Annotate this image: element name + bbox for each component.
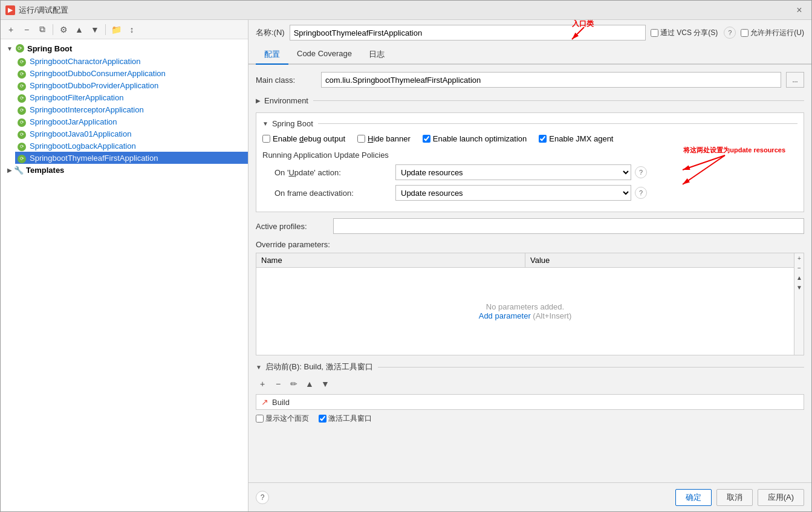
folder-button[interactable]: 📁 xyxy=(109,23,123,36)
hide-banner-checkbox-label[interactable]: Hide banner xyxy=(357,134,411,143)
tree-item-1[interactable]: ⟳ SpringbootDubboConsumerApplication xyxy=(15,67,248,79)
active-profiles-label: Active profiles: xyxy=(256,222,328,231)
hide-banner-checkbox[interactable] xyxy=(357,135,365,143)
tree-item-7[interactable]: ⟳ SpringbootLogbackApplication xyxy=(15,140,248,152)
title-bar: ▶ 运行/调试配置 × xyxy=(1,1,811,20)
copy-config-button[interactable]: ⧉ xyxy=(36,23,49,36)
sort-button[interactable]: ↕ xyxy=(125,23,138,36)
item-icon-3: ⟳ xyxy=(18,92,27,102)
activate-window-checkbox[interactable] xyxy=(319,415,326,423)
tree-item-0[interactable]: ⟳ SpringbootCharactorApplication xyxy=(15,55,248,67)
active-profiles-input[interactable] xyxy=(333,218,804,234)
on-frame-help-icon[interactable]: ? xyxy=(635,187,647,199)
on-update-select[interactable]: Update resources Update classes and reso… xyxy=(395,164,631,180)
launch-optimization-checkbox-label[interactable]: Enable launch optimization xyxy=(423,134,527,143)
params-table-container: Name Value No parameters added. Add para… xyxy=(256,253,804,355)
vcs-share-checkbox-label[interactable]: 通过 VCS 分享(S) xyxy=(651,28,718,38)
on-frame-select[interactable]: Update resources Update classes and reso… xyxy=(395,185,631,201)
debug-output-label: Enable debug output xyxy=(273,134,345,143)
environment-header[interactable]: ▶ Environment xyxy=(256,94,804,108)
expand-arrow-springboot: ▼ xyxy=(5,44,14,53)
annotation-area: 将这两处设置为update resources xyxy=(262,151,797,201)
params-scrollbar: + − ▲ ▼ xyxy=(794,253,804,355)
help-button-left[interactable]: ? xyxy=(256,491,269,504)
jmx-agent-checkbox-label[interactable]: Enable JMX agent xyxy=(539,134,613,143)
bl-up-button[interactable]: ▲ xyxy=(303,377,316,390)
right-panel: 入口类 名称:(N) xyxy=(248,20,811,511)
environment-line xyxy=(313,100,804,101)
no-params-message: No parameters added. xyxy=(486,302,564,311)
templates-arrow-icon: ▶ xyxy=(5,166,14,175)
springboot-children: ⟳ SpringbootCharactorApplication ⟳ Sprin… xyxy=(1,55,248,164)
tab-coverage[interactable]: Code Coverage xyxy=(288,45,360,65)
bl-remove-button[interactable]: − xyxy=(271,377,285,390)
params-scroll-remove-button[interactable]: − xyxy=(794,263,804,273)
tree-item-5[interactable]: ⟳ SpringbootJarApplication xyxy=(15,115,248,128)
vcs-share-checkbox[interactable] xyxy=(651,29,658,37)
vcs-help-icon[interactable]: ? xyxy=(724,27,736,39)
tree-item-2[interactable]: ⟳ SpringbootDubboProviderApplication xyxy=(15,79,248,91)
add-config-button[interactable]: + xyxy=(4,23,18,36)
debug-output-checkbox[interactable] xyxy=(262,135,270,143)
update-resources-arrows xyxy=(664,153,785,189)
params-col-name-header: Name xyxy=(256,253,525,267)
bl-arrow-icon: ▼ xyxy=(256,364,262,371)
springboot-group-label: Spring Boot xyxy=(27,44,72,53)
bl-down-button[interactable]: ▼ xyxy=(319,377,332,390)
override-params-label: Override parameters: xyxy=(256,240,804,249)
build-icon: ↗ xyxy=(261,397,268,407)
entry-class-arrow xyxy=(566,26,602,44)
name-field-label: 名称:(N) xyxy=(256,27,285,38)
main-class-input[interactable] xyxy=(321,72,781,88)
content-area: Main class: ... ▶ Environment ▼ Spring B xyxy=(248,65,811,482)
tab-log[interactable]: 日志 xyxy=(360,45,393,65)
params-body: No parameters added. Add parameter (Alt+… xyxy=(256,268,794,355)
bl-header[interactable]: ▼ 启动前(B): Build, 激活工具窗口 xyxy=(256,361,804,372)
launch-optimization-checkbox[interactable] xyxy=(423,135,430,143)
tab-config[interactable]: 配置 xyxy=(256,45,288,65)
apply-button[interactable]: 应用(A) xyxy=(758,489,804,506)
item-label-7: SpringbootLogbackApplication xyxy=(30,141,136,151)
on-update-help-icon[interactable]: ? xyxy=(635,166,647,178)
params-scroll-add-button[interactable]: + xyxy=(794,253,804,263)
item-icon-7: ⟳ xyxy=(18,141,27,151)
settings-button[interactable]: ⚙ xyxy=(57,23,70,36)
item-label-4: SpringbootInterceptorApplication xyxy=(30,105,144,114)
show-page-checkbox-label[interactable]: 显示这个面页 xyxy=(256,413,309,424)
ok-button[interactable]: 确定 xyxy=(675,489,712,506)
tree-item-8[interactable]: ⟳ SpringbootThymeleafFirstApplication xyxy=(15,152,248,164)
remove-config-button[interactable]: − xyxy=(20,23,33,36)
params-scroll-up-button[interactable]: ▲ xyxy=(794,273,804,282)
item-icon-4: ⟳ xyxy=(18,105,27,114)
move-down-button[interactable]: ▼ xyxy=(88,23,102,36)
tree-item-4[interactable]: ⟳ SpringbootInterceptorApplication xyxy=(15,103,248,115)
templates-section[interactable]: ▶ 🔧 Templates xyxy=(1,164,248,177)
params-scroll-down-button[interactable]: ▼ xyxy=(794,282,804,292)
parallel-run-checkbox-label[interactable]: 允许并行运行(U) xyxy=(741,28,804,38)
springboot-config-section: ▼ Spring Boot Enable debug output xyxy=(256,112,804,212)
show-page-checkbox[interactable] xyxy=(256,415,264,423)
sb-section-header[interactable]: ▼ Spring Boot xyxy=(262,119,797,128)
cancel-button[interactable]: 取消 xyxy=(716,489,753,506)
debug-output-checkbox-label[interactable]: Enable debug output xyxy=(262,134,345,143)
main-class-browse-button[interactable]: ... xyxy=(786,72,804,88)
activate-window-checkbox-label[interactable]: 激活工具窗口 xyxy=(319,413,372,424)
close-button[interactable]: × xyxy=(792,3,807,18)
bl-edit-button[interactable]: ✏ xyxy=(287,377,300,390)
bl-add-button[interactable]: + xyxy=(256,377,269,390)
svg-line-1 xyxy=(572,27,584,39)
sb-line xyxy=(318,123,797,124)
build-item: ↗ Build xyxy=(256,394,804,410)
item-label-0: SpringbootCharactorApplication xyxy=(30,57,141,66)
tree-item-6[interactable]: ⟳ SpringbootJava01Application xyxy=(15,128,248,140)
jmx-agent-checkbox[interactable] xyxy=(539,135,547,143)
main-class-label: Main class: xyxy=(256,76,316,85)
separator-2 xyxy=(105,24,106,35)
tree-item-3[interactable]: ⟳ SpringbootFilterApplication xyxy=(15,91,248,103)
add-parameter-link[interactable]: Add parameter xyxy=(479,311,531,320)
parallel-run-checkbox[interactable] xyxy=(741,29,749,37)
before-launch-section: ▼ 启动前(B): Build, 激活工具窗口 + − ✏ ▲ ▼ ↗ Buil… xyxy=(256,361,804,424)
move-up-button[interactable]: ▲ xyxy=(73,23,86,36)
springboot-group-header[interactable]: ▼ Spring Boot xyxy=(1,42,248,55)
bl-title: 启动前(B): Build, 激活工具窗口 xyxy=(265,361,373,372)
